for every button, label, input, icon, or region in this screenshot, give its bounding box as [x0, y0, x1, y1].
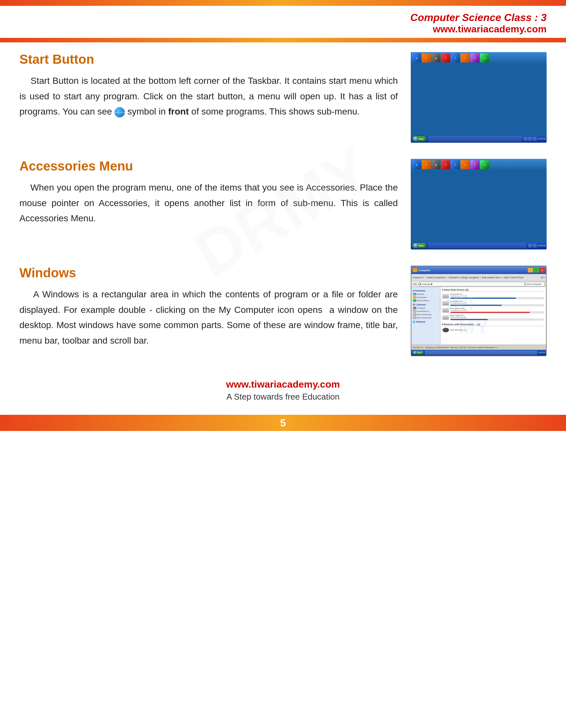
- windows-section: Windows A Windows is a rectangular area …: [19, 266, 547, 356]
- we-view-icons[interactable]: ⊞ ▾: [541, 276, 545, 279]
- we-toolbar: Organize ▾ | System properties | Uninsta…: [411, 274, 546, 281]
- we-nav-favorites: ★ Favorites: [412, 289, 439, 292]
- we-drive-f-bar: [450, 319, 544, 320]
- we-taskbar: Start 12:09 PM: [411, 350, 546, 356]
- we-devices-title: ▾ Devices with Removable... (1): [442, 323, 545, 326]
- ss-icon-6: A: [461, 53, 470, 62]
- we-nav-libraries: 📚 Libraries: [412, 303, 439, 306]
- we-nav-recent[interactable]: Recent Places: [412, 299, 439, 302]
- we-forward-btn[interactable]: ▷: [415, 283, 416, 285]
- ss-start-button[interactable]: Start: [412, 136, 427, 142]
- acc-icon-7: P: [470, 160, 479, 169]
- we-address-bar: ◁ ▷ ↑ ▶ Computer ▶ Search Computer: [411, 281, 546, 287]
- header-title: Computer Science Class : 3: [410, 12, 547, 24]
- ss-icon-7: P: [470, 53, 479, 62]
- acc-icon-6: A: [461, 160, 470, 169]
- globe-icon: [115, 107, 125, 117]
- we-up-btn[interactable]: ↑: [417, 283, 418, 285]
- we-address-path: ▶ Computer ▶: [420, 283, 433, 285]
- we-nav-new-vol-b[interactable]: New Volume (B:): [412, 313, 439, 316]
- we-maximize-btn[interactable]: □: [534, 268, 539, 272]
- we-taskbar-clock: 12:09 PM: [538, 352, 545, 354]
- ss-taskbar-area: [428, 136, 522, 142]
- we-title-text: Computer: [418, 269, 527, 272]
- we-drive-d-info: Local Disk (D:) 4.44 GB free of 7.8 GB: [450, 300, 544, 306]
- we-nav-new-vol-b-icon: [413, 313, 416, 316]
- we-drive-d: Local Disk (D:) 4.44 GB free of 7.8 GB: [442, 300, 545, 307]
- we-nav-desktop-icon: [413, 293, 416, 295]
- acc-icon-3: ▶: [431, 160, 440, 169]
- we-nav-new-vol-e-icon: [413, 316, 416, 319]
- windows-screenshot: Computer − □ ✕ Organize ▾ | System prope…: [411, 266, 547, 356]
- acc-screenshot-taskbar: Start 12:06 PM: [411, 242, 547, 249]
- we-nav-computer[interactable]: Computer: [412, 306, 439, 310]
- footer-tagline: A Step towards free Education: [26, 392, 540, 402]
- ss-icon-8: ⊡: [480, 53, 489, 62]
- acc-start-button[interactable]: Start: [412, 243, 427, 248]
- screenshot-taskbar: Start 12:09 PM: [411, 135, 547, 143]
- we-drive-e-fill: [450, 312, 530, 313]
- we-nav-local-c[interactable]: Local Disk (C:): [412, 310, 439, 313]
- accessories-section: Accessories Menu When you open the progr…: [19, 159, 547, 249]
- we-taskbar-area: [425, 350, 537, 355]
- acc-tray-1: [528, 244, 532, 248]
- ss-clock: 12:09 PM: [537, 138, 546, 140]
- start-button-body: Start Button is located at the bottom le…: [19, 73, 398, 119]
- we-nav-local-c-icon: [413, 310, 416, 313]
- we-hard-disk-title: ▾ Hard Disk Drives (4): [442, 288, 545, 292]
- accessories-body: When you open the program menu, one of t…: [19, 180, 398, 226]
- we-toolbar-organize[interactable]: Organize ▾: [413, 276, 424, 279]
- we-drive-e-bar: [450, 312, 544, 313]
- footer-website: www.tiwariacademy.com: [26, 379, 540, 390]
- we-nav-downloads[interactable]: Downloads: [412, 296, 439, 299]
- acc-icon-4: P: [441, 160, 450, 169]
- we-close-btn[interactable]: ✕: [539, 268, 545, 272]
- we-address-box: ▶ Computer ▶: [419, 282, 525, 286]
- start-button-section: Start Button Start Button is located at …: [19, 52, 547, 143]
- we-minimize-btn[interactable]: −: [528, 268, 533, 272]
- we-toolbar-open-control[interactable]: Open Control Panel: [504, 276, 523, 279]
- start-menu-screenshot: ⊞ A ▶ P S A P ⊡: [411, 52, 547, 143]
- we-back-btn[interactable]: ◁: [413, 283, 414, 285]
- we-nav-downloads-icon: [413, 296, 416, 299]
- start-button-text: Start Button Start Button is located at …: [19, 52, 398, 119]
- accessories-screenshot: ⊞ A ▶ P S A P ⊡: [411, 159, 547, 249]
- we-nav-new-vol-e[interactable]: New Volume (E:): [412, 316, 439, 319]
- we-toolbar-separator-1: |: [425, 276, 426, 279]
- ss-tray-item-2: [528, 137, 532, 141]
- ss-icon-5: S: [451, 53, 460, 62]
- we-toolbar-uninstall[interactable]: Uninstall or change a program: [448, 276, 479, 279]
- we-drive-d-bar: [450, 304, 544, 306]
- we-search-box[interactable]: Search Computer: [525, 282, 545, 286]
- we-drive-c-size: 5.56 GB free of 7.8 GB: [450, 295, 544, 297]
- we-nav-desktop[interactable]: Desktop: [412, 292, 439, 296]
- footer-section: www.tiwariacademy.com A Step towards fre…: [19, 372, 547, 408]
- we-start-btn[interactable]: Start: [412, 351, 424, 355]
- we-drive-dvd-icon: [442, 328, 449, 332]
- we-status-text: SKYNET-PC Workgroup: WORKGROUP Memory: 5…: [413, 347, 499, 348]
- start-button-heading: Start Button: [19, 52, 398, 67]
- we-toolbar-separator-2: |: [447, 276, 447, 279]
- we-drive-c-fill: [450, 298, 516, 299]
- we-toolbar-separator-4: |: [502, 276, 502, 279]
- ss-icon-1: ⊞: [412, 53, 421, 62]
- we-drive-dvd-info: DVD RW Drive (I:): [450, 329, 544, 331]
- ss-icon-2: A: [422, 53, 431, 62]
- ss-system-tray: 12:09 PM: [524, 137, 546, 141]
- we-drive-e-size: 1.22 GB free of 7.8 GB: [450, 309, 544, 311]
- windows-text: Windows A Windows is a rectangular area …: [19, 266, 398, 348]
- acc-system-tray: 12:06 PM: [528, 244, 546, 248]
- we-drive-f-size: Select a file to preview.: [450, 316, 544, 318]
- page-number: 5: [280, 417, 286, 429]
- we-drive-f-info: New Volume (F:) Select a file to preview…: [450, 314, 544, 320]
- we-toolbar-system-properties[interactable]: System properties: [427, 276, 445, 279]
- we-start-orb: [413, 351, 416, 354]
- start-orb: [413, 137, 418, 141]
- acc-icon-5: S: [451, 160, 460, 169]
- we-toolbar-map-drive[interactable]: Map network drive: [482, 276, 500, 279]
- we-drive-c-info: Local Disk (C:) 5.56 GB free of 7.8 GB: [450, 293, 544, 299]
- we-nav-network: 🌐 Network: [412, 320, 439, 324]
- main-content: Start Button Start Button is located at …: [0, 46, 566, 415]
- acc-taskbar-area: [428, 243, 527, 248]
- we-right-panel: ▾ Hard Disk Drives (4) Local Disk (C:) 5…: [440, 287, 546, 345]
